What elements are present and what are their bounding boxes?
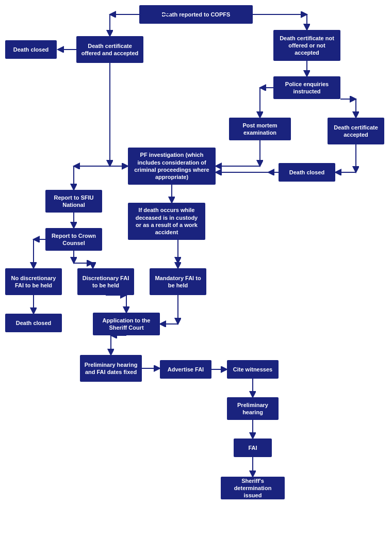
node-advertise-fai: Advertise FAI — [160, 360, 211, 379]
node-report-crown: Report to Crown Counsel — [45, 228, 102, 251]
node-preliminary-dates: Preliminary hearing and FAI dates fixed — [80, 355, 142, 382]
node-pf-investigation: PF investigation (which includes conside… — [128, 148, 216, 185]
node-death-closed-1: Death closed — [5, 40, 57, 59]
node-preliminary-hearing: Preliminary hearing — [227, 397, 279, 420]
node-cert-offered: Death certificate offered and accepted — [76, 36, 143, 63]
node-if-death: If death occurs while deceased is in cus… — [128, 203, 205, 240]
node-police-enquiries: Police enquiries instructed — [273, 76, 340, 99]
flowchart: Death reported to COPFS Death certificat… — [0, 0, 392, 552]
node-death-reported: Death reported to COPFS — [139, 5, 253, 24]
node-cert-accepted: Death certificate accepted — [328, 118, 384, 144]
node-cert-not-offered: Death certificate not offered or not acc… — [273, 30, 340, 61]
node-death-closed-2: Death closed — [279, 163, 335, 182]
node-application-sheriff: Application to the Sheriff Court — [93, 313, 160, 335]
node-cite-witnesses: Cite witnesses — [227, 360, 279, 379]
node-sheriffs-determination: Sheriff's determination issued — [221, 477, 285, 499]
node-mandatory: Mandatory FAI to be held — [150, 268, 206, 295]
node-discretionary: Discretionary FAI to be held — [77, 268, 134, 295]
node-no-discretionary: No discretionary FAI to be held — [5, 268, 62, 295]
node-death-closed-3: Death closed — [5, 314, 62, 332]
node-post-mortem: Post mortem examination — [229, 118, 291, 140]
node-fai: FAI — [234, 439, 272, 457]
node-report-sfiu: Report to SFIU National — [45, 190, 102, 213]
